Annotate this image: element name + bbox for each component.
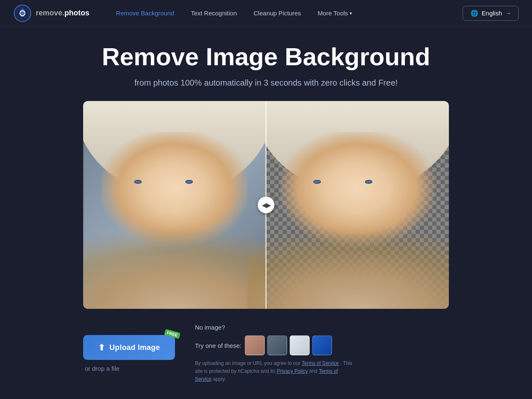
arrow-icon: → bbox=[505, 10, 511, 16]
drop-label: or drop a file bbox=[85, 365, 119, 372]
navbar: remove.photos Remove Background Text Rec… bbox=[0, 0, 532, 27]
nav-cleanup[interactable]: Cleanup Pictures bbox=[247, 6, 308, 20]
nav-more-tools[interactable]: More Tools bbox=[311, 6, 359, 20]
sample-image-2[interactable] bbox=[267, 335, 287, 355]
demo-container: ◀▶ bbox=[83, 101, 449, 309]
nav-links: Remove Background Text Recognition Clean… bbox=[109, 6, 463, 20]
lang-label: English bbox=[482, 10, 502, 17]
upload-left: ⬆ Upload Image FREE or drop a file bbox=[83, 335, 175, 372]
nav-remove-bg[interactable]: Remove Background bbox=[109, 6, 181, 20]
upload-section: ⬆ Upload Image FREE or drop a file No im… bbox=[83, 324, 449, 384]
logo-text: remove.photos bbox=[36, 9, 89, 17]
nav-text-recog[interactable]: Text Recognition bbox=[184, 6, 244, 20]
no-image-text: No image? bbox=[195, 324, 225, 331]
upload-label: Upload Image bbox=[109, 343, 160, 352]
hero-title: Remove Image Background bbox=[102, 43, 430, 71]
sample-images bbox=[245, 335, 332, 355]
upload-right: No image? Try one of these: By uploading… bbox=[195, 324, 353, 384]
language-button[interactable]: 🌐 English → bbox=[463, 6, 519, 21]
privacy-link[interactable]: Privacy Policy bbox=[277, 368, 308, 374]
try-samples-row: Try one of these: bbox=[195, 335, 353, 355]
no-image-row: No image? bbox=[195, 324, 353, 331]
terms-text: By uploading an image or URL you agree t… bbox=[195, 360, 353, 384]
sample-image-3[interactable] bbox=[290, 335, 310, 355]
main-content: Remove Image Background from photos 100%… bbox=[0, 27, 532, 399]
hero-subtitle: from photos 100% automatically in 3 seco… bbox=[134, 78, 398, 88]
try-label: Try one of these: bbox=[195, 342, 241, 349]
upload-btn-wrapper: ⬆ Upload Image FREE bbox=[83, 335, 175, 360]
sample-image-1[interactable] bbox=[245, 335, 265, 355]
sample-image-4[interactable] bbox=[312, 335, 332, 355]
logo-icon bbox=[13, 4, 32, 22]
upload-icon: ⬆ bbox=[98, 342, 105, 352]
divider-handle[interactable]: ◀▶ bbox=[258, 197, 274, 213]
site-logo[interactable]: remove.photos bbox=[13, 4, 89, 22]
svg-point-2 bbox=[21, 12, 24, 15]
upload-image-button[interactable]: ⬆ Upload Image bbox=[83, 335, 175, 360]
divider-arrows-icon: ◀▶ bbox=[262, 201, 270, 209]
demo-left-original bbox=[83, 101, 266, 309]
tos-link-1[interactable]: Terms of Service bbox=[302, 360, 339, 366]
demo-right-removed bbox=[266, 101, 449, 309]
globe-icon: 🌐 bbox=[470, 10, 478, 17]
